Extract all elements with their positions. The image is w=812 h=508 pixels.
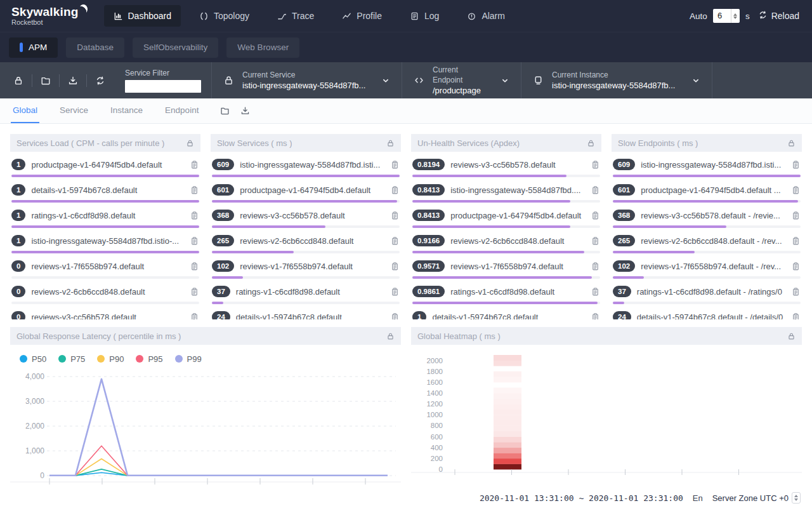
lock-icon[interactable] — [787, 139, 796, 147]
list-item[interactable]: 0.8194reviews-v3-cc56b578.default — [412, 152, 600, 177]
lock-icon[interactable] — [386, 332, 395, 340]
list-item[interactable]: 368reviews-v3-cc56b578.default - /revie.… — [613, 203, 801, 228]
list-item[interactable]: 265reviews-v2-6cb6ccd848.default — [212, 228, 400, 253]
view-tab-endpoint[interactable]: Endpoint — [163, 98, 200, 123]
download-icon[interactable] — [240, 106, 251, 116]
clipboard-icon[interactable] — [190, 185, 199, 195]
nav-item-topology[interactable]: Topology — [190, 5, 259, 27]
clipboard-icon[interactable] — [791, 262, 801, 271]
list-item[interactable]: 0reviews-v2-6cb6ccd848.default — [11, 279, 199, 304]
latency-line-chart[interactable]: 01,0002,0003,0004,000 — [10, 368, 401, 487]
clipboard-icon[interactable] — [591, 312, 600, 320]
clipboard-icon[interactable] — [390, 211, 400, 220]
nav-item-trace[interactable]: Trace — [268, 5, 324, 27]
clipboard-icon[interactable] — [791, 211, 801, 220]
clipboard-icon[interactable] — [591, 236, 600, 246]
reload-button[interactable]: Reload — [758, 10, 799, 22]
list-item[interactable]: 609istio-ingressgateway-5584d87fbd.isti.… — [613, 152, 801, 177]
value-badge: 265 — [613, 235, 635, 247]
clipboard-icon[interactable] — [591, 262, 600, 271]
clipboard-icon[interactable] — [190, 236, 199, 246]
selector-current-instance[interactable]: Current Instanceistio-ingressgateway-558… — [521, 62, 712, 98]
folder-icon[interactable] — [220, 106, 230, 116]
list-item[interactable]: 1ratings-v1-c6cdf8d98.default — [11, 203, 199, 228]
list-item[interactable]: 0.8413productpage-v1-64794f5db4.default — [412, 203, 600, 228]
nav-item-log[interactable]: Log — [400, 5, 449, 27]
lock-icon[interactable] — [787, 332, 796, 340]
list-item[interactable]: 368reviews-v3-cc56b578.default — [212, 203, 400, 228]
legend-item-p90[interactable]: P90 — [97, 354, 124, 364]
clipboard-icon[interactable] — [390, 185, 400, 195]
legend-item-p50[interactable]: P50 — [20, 354, 46, 364]
page-tab-database[interactable]: Database — [66, 37, 124, 58]
view-tab-instance[interactable]: Instance — [108, 98, 145, 123]
clipboard-icon[interactable] — [390, 262, 400, 271]
clipboard-icon[interactable] — [190, 287, 199, 297]
auto-interval-stepper[interactable] — [731, 9, 740, 23]
legend-item-p95[interactable]: P95 — [136, 354, 162, 364]
auto-interval-input[interactable]: 6 — [713, 9, 740, 23]
legend-item-p75[interactable]: P75 — [58, 354, 85, 364]
page-tab-selfobservability[interactable]: SelfObservability — [133, 37, 218, 58]
list-item[interactable]: 601productpage-v1-64794f5db4.default ... — [613, 177, 801, 203]
clipboard-icon[interactable] — [591, 185, 600, 195]
list-item[interactable]: 0.9861ratings-v1-c6cdf8d98.default — [412, 279, 600, 304]
list-item[interactable]: 0.8413istio-ingressgateway-5584d87fbd...… — [412, 177, 600, 203]
list-item[interactable]: 1istio-ingressgateway-5584d87fbd.istio-.… — [11, 228, 199, 253]
clipboard-icon[interactable] — [390, 287, 400, 297]
list-item[interactable]: 609istio-ingressgateway-5584d87fbd.isti.… — [212, 152, 400, 177]
clipboard-icon[interactable] — [591, 287, 600, 297]
server-zone-stepper[interactable] — [792, 492, 801, 504]
folder-icon[interactable] — [41, 76, 51, 86]
selector-current-service[interactable]: Current Serviceistio-ingressgateway-5584… — [211, 62, 402, 98]
lock-icon[interactable] — [587, 139, 595, 147]
refresh-icon[interactable] — [95, 76, 105, 86]
legend-item-p99[interactable]: P99 — [175, 354, 202, 364]
clipboard-icon[interactable] — [791, 312, 801, 320]
page-tab-web-browser[interactable]: Web Browser — [226, 37, 299, 58]
clipboard-icon[interactable] — [190, 211, 199, 220]
list-item[interactable]: 1details-v1-5974b67c8.default — [412, 304, 600, 319]
list-item[interactable]: 601productpage-v1-64794f5db4.default — [212, 177, 400, 203]
clipboard-icon[interactable] — [190, 160, 199, 170]
time-range-picker[interactable]: 2020-11-01 13:31:00 ~ 2020-11-01 23:31:0… — [480, 493, 683, 503]
list-item[interactable]: 102reviews-v1-7f6558b974.default - /rev.… — [613, 253, 801, 279]
lock-icon[interactable] — [386, 139, 395, 147]
list-item[interactable]: 37ratings-v1-c6cdf8d98.default - /rating… — [613, 279, 801, 304]
clipboard-icon[interactable] — [791, 236, 801, 246]
global-heatmap-chart[interactable]: 0200400600800100012001400160018002000 — [411, 345, 802, 487]
clipboard-icon[interactable] — [591, 211, 600, 220]
nav-item-dashboard[interactable]: Dashboard — [104, 5, 181, 27]
list-item[interactable]: 24details-v1-5974b67c8.default - /detail… — [613, 304, 801, 319]
list-item[interactable]: 265reviews-v2-6cb6ccd848.default - /rev.… — [613, 228, 801, 253]
list-item[interactable]: 24details-v1-5974b67c8.default — [212, 304, 400, 319]
clipboard-icon[interactable] — [791, 160, 801, 170]
clipboard-icon[interactable] — [190, 262, 199, 271]
lock-icon[interactable] — [13, 76, 23, 86]
service-filter-input[interactable] — [125, 80, 201, 93]
view-tab-global[interactable]: Global — [11, 98, 39, 123]
clipboard-icon[interactable] — [390, 160, 400, 170]
page-tab-apm[interactable]: APM — [9, 37, 58, 58]
list-item[interactable]: 102reviews-v1-7f6558b974.default — [212, 253, 400, 279]
nav-item-alarm[interactable]: Alarm — [457, 5, 514, 27]
clipboard-icon[interactable] — [390, 236, 400, 246]
nav-item-profile[interactable]: Profile — [332, 5, 391, 27]
list-item[interactable]: 0reviews-v1-7f6558b974.default — [11, 253, 199, 279]
list-item[interactable]: 0.9166reviews-v2-6cb6ccd848.default — [412, 228, 600, 253]
view-tab-service[interactable]: Service — [58, 98, 90, 123]
list-item[interactable]: 1details-v1-5974b67c8.default — [11, 177, 199, 203]
selector-current-endpoint[interactable]: Current Endpoint/productpage — [402, 62, 521, 98]
list-item[interactable]: 0.9571reviews-v1-7f6558b974.default — [412, 253, 600, 279]
language-selector[interactable]: En — [693, 493, 703, 503]
clipboard-icon[interactable] — [791, 287, 801, 297]
download-icon[interactable] — [68, 76, 78, 86]
list-item[interactable]: 1productpage-v1-64794f5db4.default — [11, 152, 199, 177]
clipboard-icon[interactable] — [591, 160, 600, 170]
clipboard-icon[interactable] — [190, 312, 199, 320]
list-item[interactable]: 0reviews-v3-cc56b578.default — [11, 304, 199, 319]
clipboard-icon[interactable] — [390, 312, 400, 320]
list-item[interactable]: 37ratings-v1-c6cdf8d98.default — [212, 279, 400, 304]
lock-icon[interactable] — [186, 139, 194, 147]
clipboard-icon[interactable] — [791, 185, 801, 195]
